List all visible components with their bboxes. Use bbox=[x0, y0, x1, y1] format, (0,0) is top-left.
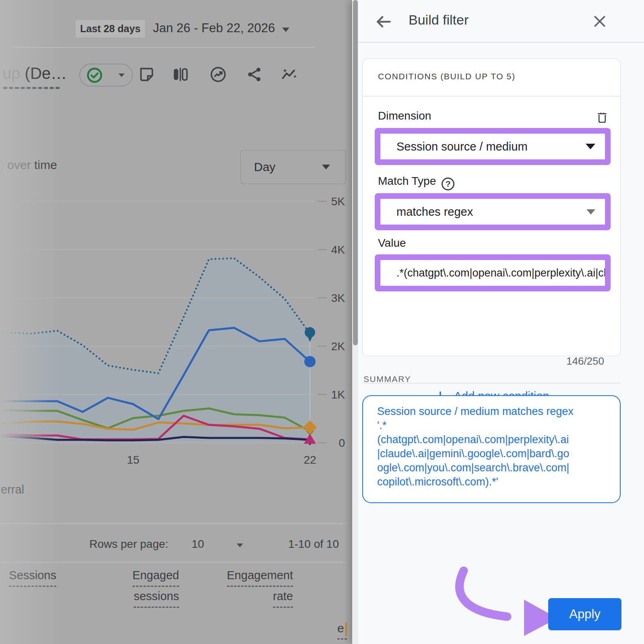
divider bbox=[358, 42, 644, 43]
svg-text:22: 22 bbox=[303, 454, 316, 466]
text-cursor bbox=[345, 623, 347, 636]
help-icon[interactable]: ? bbox=[442, 178, 454, 190]
conditions-header: CONDITIONS (BUILD UP TO 5) bbox=[378, 72, 516, 81]
date-range-selector[interactable]: Jan 26 - Feb 22, 2026 bbox=[153, 21, 275, 35]
panel-title: Build filter bbox=[409, 12, 469, 28]
match-type-label: Match Type? bbox=[378, 175, 454, 190]
value-input-text: .*(chatgpt\.com|openai\.com|perplexity\.… bbox=[396, 267, 605, 279]
value-label: Value bbox=[378, 237, 406, 250]
rows-per-page-label: Rows per page: bbox=[89, 538, 168, 551]
summary-line: '.* bbox=[377, 419, 612, 433]
divider bbox=[363, 96, 620, 97]
summary-line: copilot\.microsoft\.com).*' bbox=[377, 475, 612, 489]
sessions-over-time-chart[interactable]: 01K2K3K4K5K1522 bbox=[0, 193, 354, 475]
insights-sparkline-icon[interactable] bbox=[281, 66, 298, 83]
dashed-underline bbox=[337, 638, 347, 640]
dimension-select[interactable]: Session source / medium bbox=[380, 134, 605, 159]
share-icon[interactable] bbox=[246, 66, 263, 83]
trash-icon[interactable] bbox=[595, 109, 609, 125]
column-header-partial: e bbox=[337, 621, 344, 635]
svg-text:2K: 2K bbox=[331, 340, 345, 353]
breadcrumb-dark-text: (De… bbox=[25, 64, 67, 82]
chart-title: ) over time bbox=[0, 158, 57, 172]
summary-line: |claude\.ai|gemini\.google\.com|bard\.go bbox=[377, 447, 612, 461]
granularity-dropdown[interactable]: Day bbox=[240, 150, 346, 184]
column-header-engaged-sessions[interactable]: Engaged sessions bbox=[99, 566, 179, 608]
dimension-value: Session source / medium bbox=[396, 140, 528, 153]
breadcrumb[interactable]: up (De… bbox=[2, 64, 67, 83]
svg-text:1K: 1K bbox=[331, 388, 345, 401]
dimension-label: Dimension bbox=[378, 109, 431, 122]
trend-circle-icon[interactable] bbox=[209, 66, 227, 83]
date-preset-badge: Last 28 days bbox=[76, 20, 145, 37]
value-highlight-frame: .*(chatgpt\.com|openai\.com|perplexity\.… bbox=[375, 254, 611, 291]
summary-line: (chatgpt\.com|openai\.com|perplexity\.ai bbox=[377, 433, 612, 447]
table-row-label-partial: erral bbox=[1, 483, 24, 496]
build-filter-panel: Build filter CONDITIONS (BUILD UP TO 5) … bbox=[352, 0, 644, 644]
status-check-dropdown[interactable] bbox=[79, 64, 133, 87]
svg-text:15: 15 bbox=[127, 454, 139, 466]
close-icon[interactable] bbox=[592, 13, 608, 29]
apply-button[interactable]: Apply bbox=[548, 598, 621, 630]
svg-text:0: 0 bbox=[339, 437, 345, 449]
report-pane-dimmed: Last 28 days Jan 26 - Feb 22, 2026 up (D… bbox=[0, 0, 352, 644]
match-type-value: matches regex bbox=[396, 205, 473, 219]
divider bbox=[13, 47, 314, 48]
chevron-down-icon bbox=[322, 165, 330, 169]
svg-text:5K: 5K bbox=[331, 195, 345, 208]
conditions-card: CONDITIONS (BUILD UP TO 5) Dimension Ses… bbox=[362, 58, 621, 356]
summary-header: SUMMARY bbox=[363, 374, 411, 384]
rows-per-page-value[interactable]: 10 bbox=[192, 538, 204, 551]
summary-line: ogle\.com|you\.com|search\.brave\.com| bbox=[377, 461, 612, 475]
chevron-down-icon bbox=[586, 209, 595, 215]
breadcrumb-faded-text: up bbox=[2, 64, 25, 82]
chevron-down-icon bbox=[586, 144, 595, 149]
chevron-down-icon bbox=[119, 73, 124, 77]
svg-text:4K: 4K bbox=[331, 244, 345, 256]
back-arrow-icon[interactable] bbox=[374, 13, 392, 31]
char-counter: 146/250 bbox=[566, 355, 604, 367]
svg-text:3K: 3K bbox=[331, 292, 345, 304]
divider bbox=[0, 562, 347, 563]
granularity-value: Day bbox=[254, 160, 275, 174]
screenshot-root: Last 28 days Jan 26 - Feb 22, 2026 up (D… bbox=[0, 0, 644, 644]
dimension-highlight-frame: Session source / medium bbox=[375, 128, 611, 165]
value-input[interactable]: .*(chatgpt\.com|openai\.com|perplexity\.… bbox=[380, 260, 605, 286]
breadcrumb-dashed-underline bbox=[3, 87, 60, 89]
summary-box: Session source / medium matches regex '.… bbox=[362, 395, 621, 503]
panel-scrollbar-thumb[interactable] bbox=[353, 0, 358, 345]
column-header-engagement-rate[interactable]: Engagement rate bbox=[208, 566, 293, 608]
check-circle-icon bbox=[86, 66, 103, 84]
pagination-range: 1-10 of 10 bbox=[282, 538, 339, 551]
match-type-highlight-frame: matches regex bbox=[375, 193, 611, 230]
chevron-down-icon[interactable] bbox=[237, 543, 243, 547]
comparison-bars-icon[interactable] bbox=[171, 66, 189, 83]
column-header-sessions[interactable]: Sessions bbox=[0, 566, 56, 587]
summary-line: Session source / medium matches regex bbox=[377, 405, 612, 419]
note-icon[interactable] bbox=[137, 66, 155, 83]
match-type-select[interactable]: matches regex bbox=[380, 199, 605, 225]
chevron-down-icon bbox=[282, 28, 289, 32]
divider bbox=[0, 523, 347, 524]
